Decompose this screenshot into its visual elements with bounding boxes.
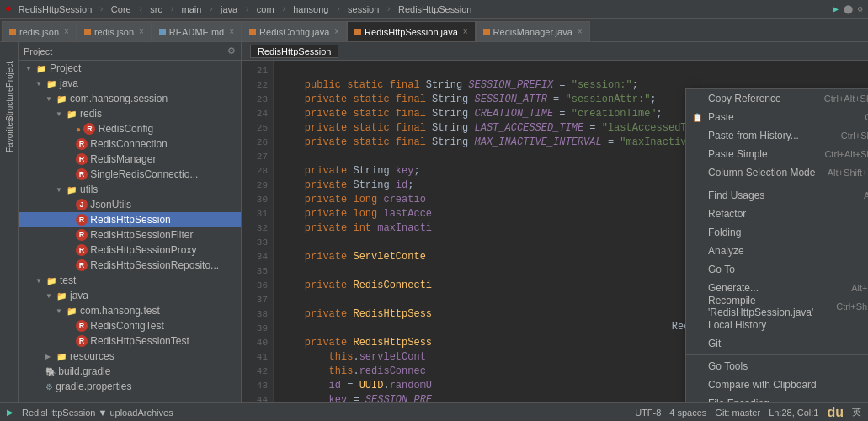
project-panel-icon[interactable]: Project <box>3 67 16 81</box>
menu-separator-1 <box>686 184 868 184</box>
redis-icon: R <box>83 123 95 135</box>
menu-item-recompile[interactable]: Recompile 'RedisHttpSession.java' Ctrl+S… <box>686 297 868 316</box>
sidebar-item-jsonutils[interactable]: J JsonUtils <box>19 197 241 212</box>
nav-src[interactable]: src <box>146 4 166 14</box>
tree-label: resources <box>70 350 114 362</box>
tab-close-icon[interactable]: × <box>229 27 234 36</box>
structure-panel-icon[interactable]: Structure <box>3 98 16 111</box>
bottom-bar: ▶ RedisHttpSession ▼ uploadArchives UTF-… <box>0 402 868 421</box>
menu-label: Compare with Clipboard <box>708 379 817 391</box>
lang-label: 英 <box>852 406 861 418</box>
spacer <box>66 201 76 209</box>
sidebar-item-redismanager[interactable]: R RedisManager <box>19 152 241 167</box>
menu-item-local-history[interactable]: Local History ▶ <box>686 316 868 334</box>
menu-item-folding[interactable]: Folding ▶ <box>686 223 868 242</box>
tab-redisconfig[interactable]: RedisConfig.java × <box>242 21 347 41</box>
tree-label: Project <box>50 62 81 74</box>
menu-item-file-encoding[interactable]: File Encoding <box>686 394 868 402</box>
sidebar-item-redishttpsessiontest[interactable]: R RedisHttpSessionTest <box>19 333 241 349</box>
tree-label: RedisHttpSessionTest <box>90 335 189 347</box>
sidebar-item-redishttpsessionproxy[interactable]: R RedisHttpSessionProxy <box>19 242 241 258</box>
tab-label: RedisConfig.java <box>259 27 329 37</box>
spacer <box>66 232 76 239</box>
tab-close-icon[interactable]: × <box>139 27 144 36</box>
nav-main[interactable]: main <box>178 4 205 14</box>
sidebar-item-resources[interactable]: ▶ 📁 resources <box>19 349 241 364</box>
menu-item-copy-reference[interactable]: Copy Reference Ctrl+Alt+Shift+C <box>686 89 868 108</box>
git-branch-label[interactable]: Git: master <box>715 408 760 418</box>
menu-item-go-tools[interactable]: Go Tools ▶ <box>686 357 868 376</box>
tab-icon <box>249 29 256 35</box>
tab-redis-json-1[interactable]: redis.json × <box>2 21 77 41</box>
nav-hansong[interactable]: hansong <box>290 4 332 14</box>
tree-label: utils <box>80 184 98 195</box>
shortcut: Alt+Insert <box>851 283 868 293</box>
menu-item-column-selection[interactable]: Column Selection Mode Alt+Shift+Insert <box>686 163 868 182</box>
tree-label: redis <box>80 108 102 120</box>
breadcrumb-class: RedisHttpSession <box>250 45 338 58</box>
sidebar-item-redishttpsessionrepo[interactable]: R RedisHttpSessionReposito... <box>19 258 241 273</box>
menu-label: Refactor <box>708 208 746 220</box>
tab-close-icon[interactable]: × <box>578 27 583 36</box>
sidebar-item-project[interactable]: ▼ 📁 Project <box>19 61 241 76</box>
menu-item-compare-clipboard[interactable]: Compare with Clipboard <box>686 376 868 394</box>
menu-item-goto[interactable]: Go To ▶ <box>686 260 868 279</box>
tab-close-icon[interactable]: × <box>334 27 339 36</box>
sidebar-item-test[interactable]: ▼ 📁 test <box>19 273 241 288</box>
tab-close-icon[interactable]: × <box>64 27 69 36</box>
indent-label[interactable]: 4 spaces <box>669 408 706 418</box>
sidebar-item-redisconfigtest[interactable]: R RedisConfigTest <box>19 318 241 333</box>
tab-label: redis.json <box>19 27 59 37</box>
context-menu: Copy Reference Ctrl+Alt+Shift+C 📋 Paste … <box>685 88 868 402</box>
debug-icon[interactable]: ⬤ <box>844 4 853 14</box>
shortcut: Ctrl+Shift+F9 <box>836 301 868 312</box>
sidebar-item-utils[interactable]: ▼ 📁 utils <box>19 182 241 197</box>
main-layout: Project Structure Favorites Project ⚙ ▼ … <box>0 42 868 402</box>
module-core[interactable]: Core <box>108 4 135 14</box>
sidebar-settings-icon[interactable]: ⚙ <box>227 45 236 56</box>
menu-item-refactor[interactable]: Refactor ▶ <box>686 205 868 223</box>
sidebar-item-redisconnection[interactable]: R RedisConnection <box>19 136 241 152</box>
du-badge: du <box>827 405 844 420</box>
class-icon: R <box>76 214 88 226</box>
menu-item-paste[interactable]: 📋 Paste Ctrl+V <box>686 108 868 126</box>
bottom-right-info: UTF-8 4 spaces Git: master Ln:28, Col:1 … <box>635 405 861 420</box>
menu-item-find-usages[interactable]: Find Usages Alt+F7 <box>686 186 868 205</box>
sidebar-item-redis-folder[interactable]: ▼ 📁 redis <box>19 106 241 121</box>
left-panel-icons: Project Structure Favorites <box>0 42 19 402</box>
redis-icon: R <box>76 153 88 165</box>
nav-class[interactable]: RedisHttpSession <box>395 4 475 14</box>
sidebar-item-redishttpsessionfilter[interactable]: R RedisHttpSessionFilter <box>19 227 241 242</box>
expand-arrow: ▼ <box>45 95 56 103</box>
encoding-label[interactable]: UTF-8 <box>635 408 661 418</box>
tab-label: redis.json <box>94 27 134 37</box>
menu-label: Recompile 'RedisHttpSession.java' <box>708 295 836 318</box>
nav-java[interactable]: java <box>217 4 241 14</box>
nav-session[interactable]: session <box>344 4 382 14</box>
sidebar-item-test-java[interactable]: ▼ 📁 java <box>19 288 241 303</box>
sidebar-item-redishttpsession[interactable]: R RedisHttpSession <box>19 212 241 227</box>
tab-close-icon[interactable]: × <box>463 27 468 36</box>
sidebar-item-singleredis[interactable]: R SingleRedisConnectio... <box>19 167 241 182</box>
menu-item-git[interactable]: Git ▶ <box>686 334 868 353</box>
sidebar-item-gradle-properties[interactable]: ⚙ gradle.properties <box>19 379 241 394</box>
tab-redismanager[interactable]: RedisManager.java × <box>476 21 590 41</box>
menu-item-analyze[interactable]: Analyze ▶ <box>686 242 868 260</box>
favorites-panel-icon[interactable]: Favorites <box>3 128 16 141</box>
sidebar-item-test-pkg[interactable]: ▼ 📁 com.hansong.test <box>19 303 241 318</box>
menu-label: Find Usages <box>708 189 764 201</box>
project-name[interactable]: RedisHttpSession <box>15 4 95 14</box>
run-icon[interactable]: ▶ <box>833 4 839 14</box>
top-bar: ● RedisHttpSession › Core › src › main ›… <box>0 0 868 19</box>
nav-com[interactable]: com <box>253 4 278 14</box>
settings-icon[interactable]: ⚙ <box>858 4 863 14</box>
sidebar-item-redisconfig[interactable]: ● R RedisConfig <box>19 121 241 136</box>
sidebar-item-java[interactable]: ▼ 📁 java <box>19 76 241 91</box>
tab-redishttpsession[interactable]: RedisHttpSession.java × <box>347 21 476 41</box>
sidebar-item-build-gradle[interactable]: 🐘 build.gradle <box>19 364 241 379</box>
tab-redis-json-2[interactable]: redis.json × <box>77 21 152 41</box>
menu-item-paste-simple[interactable]: Paste Simple Ctrl+Alt+Shift+V <box>686 145 868 163</box>
menu-item-paste-history[interactable]: Paste from History... Ctrl+Shift+V <box>686 126 868 145</box>
sidebar-item-session-pkg[interactable]: ▼ 📁 com.hansong.session <box>19 91 241 106</box>
tab-readme[interactable]: README.md × <box>152 21 242 41</box>
